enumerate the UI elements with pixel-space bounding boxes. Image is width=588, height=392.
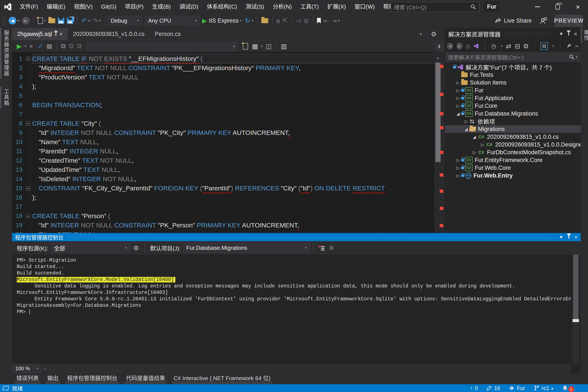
properties-wrench-icon[interactable] xyxy=(567,43,572,49)
bottom-tab[interactable]: 代码度量值结果 xyxy=(122,374,169,384)
quick-search-input[interactable]: 搜索 (Ctrl+Q) xyxy=(391,2,479,12)
tree-item[interactable]: ◢Migrations xyxy=(445,125,581,133)
code-line[interactable]: 10"Name" TEXT NULL, xyxy=(12,137,434,146)
zoom-dropdown[interactable]: 100 %▾ xyxy=(13,364,41,373)
close-button[interactable]: × xyxy=(568,0,588,14)
code-line[interactable]: 9"Id" INTEGER NOT NULL CONSTRAINT "PK_Ci… xyxy=(12,128,434,137)
navigate-cursor-button[interactable]: ⇱ xyxy=(282,17,288,24)
database-dropdown[interactable]: ▾ xyxy=(87,42,237,51)
close-panel-icon[interactable]: × xyxy=(574,31,577,38)
code-line[interactable]: 1CREATE TABLE IF NOT EXISTS "__EFMigrati… xyxy=(12,54,434,63)
code-line[interactable]: 19"Id" INTEGER NOT NULL CONSTRAINT "PK_P… xyxy=(12,220,434,230)
chevron-expanded-icon[interactable]: ◢ xyxy=(471,134,478,140)
close-tab-icon[interactable]: × xyxy=(59,31,62,38)
default-project-dropdown[interactable]: Fur.Database.Migrations▾ xyxy=(183,243,310,253)
toolbar-grip[interactable] xyxy=(2,16,5,25)
side-tab-properties[interactable]: 属性 xyxy=(581,28,588,42)
menu-item[interactable]: 扩展(X) xyxy=(323,0,350,14)
code-line[interactable]: 15CONSTRAINT "FK_City_City_ParentId" FOR… xyxy=(12,184,434,193)
menu-item[interactable]: 体系结构(C) xyxy=(203,0,241,14)
document-tab[interactable]: 20200926093815_v1.0.0.cs xyxy=(68,28,150,40)
tree-item[interactable]: ▷FurDbContextModelSnapshot.cs xyxy=(445,148,581,156)
chevron-collapsed-icon[interactable]: ▷ xyxy=(455,166,461,170)
menu-item[interactable]: 窗口(W) xyxy=(350,0,379,14)
chevron-collapsed-icon[interactable]: ▷ xyxy=(455,96,461,101)
close-panel-icon[interactable]: × xyxy=(575,234,578,240)
execute-icon[interactable]: ▶ xyxy=(17,42,22,50)
code-line[interactable]: 13"UpdatedTime" TEXT NULL, xyxy=(12,165,434,174)
background-tasks-icon[interactable] xyxy=(3,386,9,390)
fold-collapse-icon[interactable] xyxy=(26,56,30,61)
collapse-all-icon[interactable]: ⧉ xyxy=(524,42,528,50)
tree-item[interactable]: ▷Fur.Web.Entry xyxy=(445,172,581,180)
script-file-icon[interactable]: ▤ xyxy=(47,43,52,50)
solution-configurations-dropdown[interactable]: Debug▾ xyxy=(107,16,142,26)
code-line[interactable]: 16); xyxy=(12,193,434,202)
chevron-collapsed-icon[interactable]: ▷ xyxy=(455,173,461,178)
window-menu-icon[interactable]: ▼ xyxy=(559,31,564,37)
code-line[interactable]: 12"CreatedTime" TEXT NOT NULL, xyxy=(12,156,434,165)
redo-button[interactable]: ↷▾ xyxy=(92,17,101,24)
solution-name-badge[interactable]: Fur xyxy=(484,1,499,12)
window-menu-icon[interactable]: ▼ xyxy=(559,235,563,240)
fold-collapse-icon[interactable] xyxy=(26,186,30,190)
tree-item[interactable]: ▷Fur.Web.Core xyxy=(445,164,581,172)
document-options-gear-icon[interactable]: ⚙ xyxy=(431,30,437,38)
console-scrollbar[interactable] xyxy=(573,254,579,364)
git-branch-status[interactable]: rc1 ▴ xyxy=(534,385,553,391)
home-icon[interactable]: ⌂ xyxy=(466,42,470,50)
menu-item[interactable]: 视图(V) xyxy=(70,0,97,14)
menu-item[interactable]: 项目(P) xyxy=(121,0,148,14)
code-line[interactable]: 7 xyxy=(12,110,434,119)
forward-icon[interactable]: ▶ xyxy=(456,42,462,50)
solution-explorer-titlebar[interactable]: 解决方案资源管理器 ▼ × xyxy=(445,28,581,40)
gear-icon[interactable]: ⚙ xyxy=(133,244,139,252)
stop-icon[interactable] xyxy=(330,246,334,250)
fold-collapse-icon[interactable] xyxy=(26,214,30,218)
preview-button[interactable]: PREVIEW xyxy=(555,15,583,27)
find-in-files-button[interactable] xyxy=(261,18,268,23)
fold-column[interactable] xyxy=(24,54,32,63)
menu-item[interactable]: 文件(F) xyxy=(15,0,42,14)
git-repository-status[interactable]: Fur xyxy=(509,385,525,391)
chevron-collapsed-icon[interactable]: ▷ xyxy=(455,158,461,163)
open-file-button[interactable] xyxy=(48,18,55,23)
minimize-button[interactable] xyxy=(527,0,548,14)
git-push-status[interactable]: ↑0 xyxy=(470,385,478,391)
connect-icon[interactable]: ⧉ xyxy=(61,42,66,50)
tree-item[interactable]: ▷Fur xyxy=(445,86,581,94)
sync-with-active-document-button[interactable]: ⧉ xyxy=(541,42,548,50)
menu-item[interactable]: Git(G) xyxy=(97,0,121,14)
drag-handle[interactable] xyxy=(67,235,550,239)
package-source-dropdown[interactable]: 全部▾ xyxy=(51,243,130,253)
code-area[interactable]: 1CREATE TABLE IF NOT EXISTS "__EFMigrati… xyxy=(12,52,434,233)
menu-item[interactable]: 调试(D) xyxy=(175,0,203,14)
fold-column[interactable] xyxy=(24,184,32,193)
refresh-icon[interactable]: ⊟ xyxy=(515,42,520,50)
tree-item[interactable]: 解决方案"Fur"(7 个项目，共 7 个) xyxy=(445,63,581,71)
code-line[interactable]: 6BEGIN TRANSACTION; xyxy=(12,100,434,110)
git-changes-status[interactable]: 16 xyxy=(486,385,500,391)
navigate-back-button[interactable]: ◀▾ xyxy=(8,17,19,24)
split-pane-icon[interactable]: ◫ xyxy=(266,42,272,50)
fold-collapse-icon[interactable] xyxy=(26,121,30,126)
document-tab[interactable]: 2hgawwj5.sql× xyxy=(12,28,68,40)
code-line[interactable]: 20"Name" TEXT NULL, xyxy=(12,230,434,233)
menu-item[interactable]: 编辑(E) xyxy=(42,0,70,14)
chevron-expanded-icon[interactable]: ◢ xyxy=(455,111,461,116)
code-line[interactable]: 14"IsDeleted" INTEGER NOT NULL, xyxy=(12,174,434,184)
document-tab[interactable]: Person.cs xyxy=(150,28,186,40)
menu-item[interactable]: 分析(N) xyxy=(269,0,296,14)
code-line[interactable]: 11"ParentId" INTEGER NULL, xyxy=(12,146,434,156)
notifications-button[interactable]: 1 xyxy=(562,384,574,392)
disconnect-icon[interactable]: ⧉ xyxy=(69,42,73,50)
tree-item[interactable]: ▷依赖项 xyxy=(445,118,581,125)
pin-icon[interactable] xyxy=(568,31,569,37)
chevron-collapsed-icon[interactable]: ▷ xyxy=(455,80,461,85)
code-line[interactable]: 2"MigrationId" TEXT NOT NULL CONSTRAINT … xyxy=(12,63,434,72)
sync-icon[interactable]: ⇄ xyxy=(506,42,511,50)
clear-console-icon[interactable] xyxy=(319,245,325,250)
change-connection-icon[interactable]: ⧉ xyxy=(77,42,81,50)
refresh-button[interactable]: ↻▾ xyxy=(245,17,253,24)
tree-item[interactable]: ▷20200926093815_v1.0.0.Designer.cs xyxy=(445,141,581,148)
